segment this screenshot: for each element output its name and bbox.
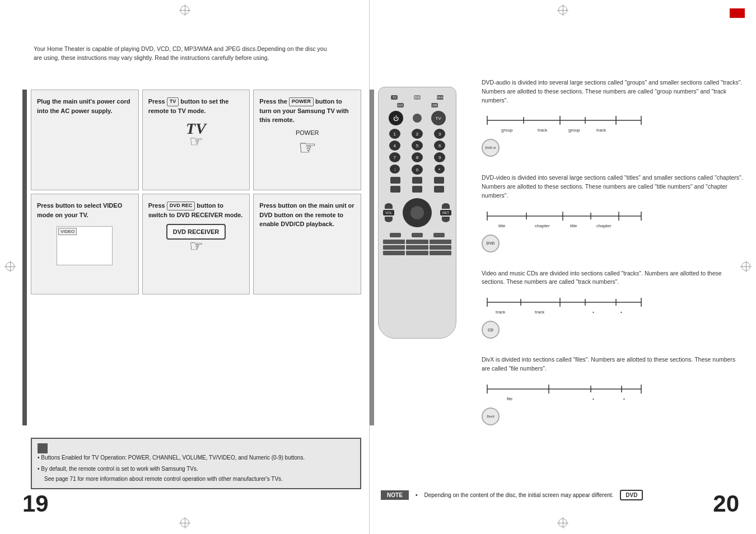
note-badge: NOTE xyxy=(381,490,409,500)
remote-stop-btn xyxy=(412,177,422,184)
remote-nav-ring xyxy=(403,198,432,227)
remote-num-1: 1 xyxy=(389,129,400,139)
remote-num-0: 0 xyxy=(412,165,423,175)
page-19: Your Home Theater is capable of playing … xyxy=(0,0,370,534)
dvd-badge-outline: DVD xyxy=(620,490,643,500)
remote-num-2: 2 xyxy=(412,129,423,139)
disc-info-area: DVD-audio is divided into several large … xyxy=(482,78,745,442)
remote-surr-up xyxy=(442,203,450,209)
remote-fwd-btn xyxy=(434,186,444,193)
remote-vol-down xyxy=(385,217,393,222)
remote-vlc-btn xyxy=(412,233,423,237)
crosshair-mid-right xyxy=(740,261,752,273)
power-label: POWER xyxy=(296,129,319,136)
svg-text:•: • xyxy=(592,310,594,315)
remote-power-row: ⏻ TV xyxy=(379,109,456,128)
step-3-image: POWER ☞ xyxy=(259,129,355,160)
top-description: Your Home Theater is capable of playing … xyxy=(34,45,336,63)
dvd-video-section: DVD-video is divided into several large … xyxy=(482,174,745,252)
power-button-inline: POWER xyxy=(289,97,314,106)
left-accent-bar xyxy=(22,90,27,425)
note-item-3: See page 71 for more information about r… xyxy=(38,475,354,484)
remote-num-4: 4 xyxy=(389,140,400,151)
right-note-inner: NOTE • Depending on the content of the d… xyxy=(381,490,643,500)
divx-diagram: file • • xyxy=(482,378,644,403)
step-4-box: Press button to select VIDEO mode on you… xyxy=(31,194,139,294)
note-list: • Buttons Enabled for TV Operation: POWE… xyxy=(38,453,354,484)
remote-ok-btn xyxy=(410,206,424,219)
remote-num-7: 7 xyxy=(389,152,400,162)
remote-func-row1 xyxy=(379,232,456,238)
bottom-note-text: Depending on the content of the disc, th… xyxy=(424,492,614,498)
remote-music-btn: VOL xyxy=(383,210,394,216)
remote-bot-1 xyxy=(383,240,405,244)
step-1-box: Plug the main unit's power cord into the… xyxy=(31,90,139,190)
page-20: TV DVD FM/AM AUX USB ⏻ TV 1 2 xyxy=(370,0,756,534)
dvd-audio-disc: DVD-A xyxy=(482,137,745,157)
step-2-text: Press TV button to set the remote to TV … xyxy=(148,97,244,115)
dvdr-button-inline: DVD REC xyxy=(167,202,195,210)
note-item-1: • Buttons Enabled for TV Operation: POWE… xyxy=(38,453,354,462)
remote-next-btn xyxy=(434,177,444,184)
svg-text:title: title xyxy=(570,223,577,228)
cd-diagram: track track • • xyxy=(482,291,644,316)
remote-num-8: 8 xyxy=(412,152,423,162)
remote-power-btn: ⏻ xyxy=(389,111,403,125)
dvd-video-disc-icon: DVD xyxy=(482,235,500,252)
svg-text:•: • xyxy=(592,396,594,401)
right-bottom: NOTE • Depending on the content of the d… xyxy=(381,490,745,500)
remote-surr-down xyxy=(442,217,450,222)
right-accent-bar xyxy=(370,90,374,425)
page-number-left: 19 xyxy=(22,490,49,517)
remote-bot-9 xyxy=(430,251,451,255)
remote-bottom-grid xyxy=(379,238,456,256)
remote-rew-btn xyxy=(390,186,400,193)
remote-bot-3 xyxy=(430,240,451,244)
step-2-image: TV ☞ xyxy=(148,120,244,151)
step-5-text: Press DVD REC button to switch to DVD RE… xyxy=(148,201,244,219)
power-icon: ⏻ xyxy=(393,115,399,121)
step-2-box: Press TV button to set the remote to TV … xyxy=(142,90,250,190)
note-box: • Buttons Enabled for TV Operation: POWE… xyxy=(31,438,361,489)
step-4-text: Press button to select VIDEO mode on you… xyxy=(37,201,133,219)
remote-ctrl-row1 xyxy=(379,176,456,185)
cd-section: Video and music CDs are divided into sec… xyxy=(482,269,745,339)
remote-tvvideo-btn: TV xyxy=(431,111,446,125)
remote-num-9: 9 xyxy=(434,152,445,162)
dvd-video-desc: DVD-video is divided into several large … xyxy=(482,174,745,200)
svg-text:title: title xyxy=(498,223,506,228)
steps-grid: Plug the main unit's power cord into the… xyxy=(31,90,361,298)
svg-text:track: track xyxy=(496,310,506,315)
right-note-area: NOTE • Depending on the content of the d… xyxy=(381,490,745,500)
remote-vol-up xyxy=(385,203,393,209)
svg-text:•: • xyxy=(623,396,625,401)
dvd-audio-section: DVD-audio is divided into several large … xyxy=(482,78,745,157)
remote-func3-btn xyxy=(433,233,445,237)
remote-down-btn: ↓ xyxy=(390,165,400,174)
remote-vol-nav: VOL RET xyxy=(379,194,456,232)
svg-text:track: track xyxy=(596,128,606,133)
remote-bot-2 xyxy=(406,240,428,244)
bottom-note-bullet: • xyxy=(416,492,418,498)
cd-desc: Video and music CDs are divided into sec… xyxy=(482,269,745,287)
crosshair-bottom-right xyxy=(557,517,568,530)
remote-sub-buttons: AUX USB xyxy=(379,103,456,109)
dvd-audio-desc: DVD-audio is divided into several large … xyxy=(482,78,745,105)
tv-button-inline: TV xyxy=(167,97,179,106)
bottom-notes: • Buttons Enabled for TV Operation: POWE… xyxy=(31,438,361,489)
remote-prev-btn xyxy=(390,177,400,184)
note-icon xyxy=(38,443,48,453)
page-number-right: 20 xyxy=(713,490,739,517)
step-3-box: Press the POWER button to turn on your S… xyxy=(253,90,361,190)
svg-text:group: group xyxy=(568,128,580,133)
steps-row-2: Press button to select VIDEO mode on you… xyxy=(31,194,361,294)
dvd-video-diagram: title chapter title chapter xyxy=(482,205,644,230)
remote-body: TV DVD FM/AM AUX USB ⏻ TV 1 2 xyxy=(378,87,456,339)
remote-top-buttons: TV DVD FM/AM xyxy=(379,92,456,103)
remote-num-5: 5 xyxy=(412,140,423,151)
remote-ctrl-row2 xyxy=(379,185,456,194)
svg-text:track: track xyxy=(535,310,545,315)
crosshair-top-right xyxy=(557,4,568,17)
dvd-audio-diagram: group track group track xyxy=(482,109,644,134)
remote-control-illustration: TV DVD FM/AM AUX USB ⏻ TV 1 2 xyxy=(378,87,476,339)
